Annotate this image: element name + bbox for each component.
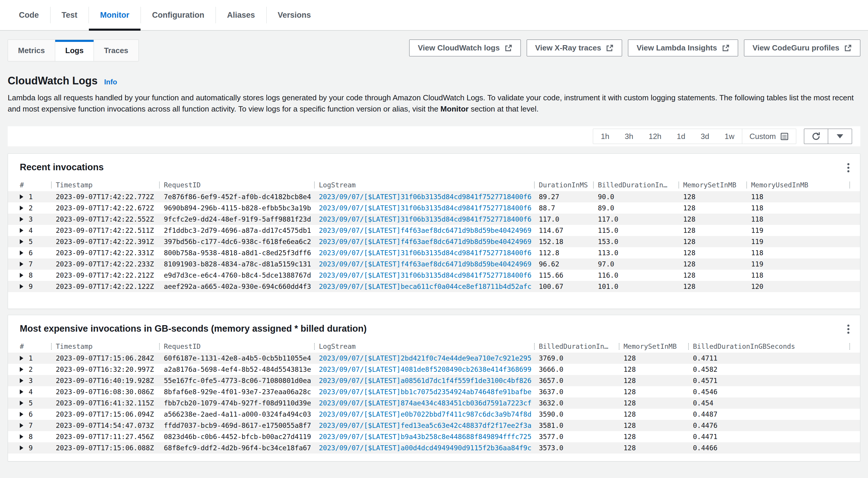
row-expand-caret-icon[interactable] [20,356,23,360]
cell-memory-set: 128 [619,433,688,441]
auto-refresh-dropdown-button[interactable] [828,129,852,144]
kebab-menu-icon[interactable] [845,323,851,336]
cell-request-id: 397bd56b-c177-4dc6-938c-f618fe6ea6c2 [159,238,314,246]
cell-timestamp: 2023-09-07T16:32:20.997Z [51,365,159,373]
row-expand-caret-icon[interactable] [20,389,23,394]
recent-invocations-title: Recent invocations [20,161,104,173]
row-expand-caret-icon[interactable] [20,206,23,211]
cell-duration-ms: 89.27 [534,193,593,201]
column-header-logstream: LogStream [314,343,534,350]
row-expand-caret-icon[interactable] [20,194,23,199]
tab-code[interactable]: Code [8,0,50,30]
time-range-1h[interactable]: 1h [593,129,617,144]
row-expand-caret-icon[interactable] [20,239,23,244]
column-divider [314,182,315,188]
time-range-3h[interactable]: 3h [617,129,641,144]
subtab-traces[interactable]: Traces [94,40,138,61]
column-divider [534,343,535,350]
cell-request-id: 68f8efc9-ddf2-4d2b-96f4-bc34ce18fa67 [159,444,314,452]
button-label: View Lambda Insights [637,43,717,53]
cell-timestamp: 2023-09-07T17:11:27.456Z [51,433,159,441]
cell-request-id: a2a8176a-5698-4ef4-8b52-484d5543813e [159,365,314,373]
row-expand-caret-icon[interactable] [20,273,23,278]
log-stream-link[interactable]: 2023/09/07/[$LATEST]f4f63aef8dc6471d9b8d… [319,227,531,234]
log-stream-link[interactable]: 2023/09/07/[$LATEST]f4f63aef8dc6471d9b8d… [319,260,531,268]
row-expand-caret-icon[interactable] [20,401,23,406]
log-stream-link[interactable]: 2023/09/07/[$LATEST]874ae434c483451cb036… [319,399,531,407]
log-stream-link[interactable]: 2023/09/07/[$LATEST]a00d4dcd4949490d9115… [319,444,531,452]
log-stream-link[interactable]: 2023/09/07/[$LATEST]a08561d7dc1f4f559f1d… [319,377,531,384]
cell-memory-set: 128 [619,399,688,407]
row-expand-caret-icon[interactable] [20,217,23,222]
monitor-content: Metrics Logs Traces View CloudWatch logs… [0,39,868,461]
time-range-12h[interactable]: 12h [641,129,669,144]
log-stream-link[interactable]: 2023/09/07/[$LATEST]f4f63aef8dc6471d9b8d… [319,238,531,246]
column-header-index: # [8,181,51,189]
log-stream-link[interactable]: 2023/09/07/[$LATEST]fed13ea5c63e42c48837… [319,422,531,429]
view-xray-traces-button[interactable]: View X-Ray traces [527,39,622,56]
table-row: 2 2023-09-07T17:42:22.672Z 9690b894-296b… [8,202,860,214]
row-expand-caret-icon[interactable] [20,423,23,428]
column-divider [619,343,619,350]
cell-request-id: 55e167fc-0fe5-4773-8c06-71080801d0ea [159,377,314,384]
column-header-billeddurationingbseconds: BilledDurationInGBSeconds [688,343,849,350]
view-lambda-insights-button[interactable]: View Lambda Insights [628,39,738,56]
row-expand-caret-icon[interactable] [20,228,23,233]
subtab-logs[interactable]: Logs [55,40,94,61]
log-stream-link[interactable]: 2023/09/07/[$LATEST]31f06b3135d84cd9841f… [319,193,531,201]
log-stream-link[interactable]: 2023/09/07/[$LATEST]31f06b3135d84cd9841f… [319,249,531,257]
row-expand-caret-icon[interactable] [20,251,23,255]
log-stream-link[interactable]: 2023/09/07/[$LATEST]beca611cf0a044ce8ef1… [319,283,531,290]
refresh-button[interactable] [804,129,828,144]
view-codeguru-profiles-button[interactable]: View CodeGuru profiles [744,39,860,56]
tab-test[interactable]: Test [51,0,89,30]
cell-timestamp: 2023-09-07T17:42:22.122Z [51,283,159,290]
cell-request-id: 800b758a-9538-4818-a8d1-c8ed25f3dff6 [159,249,314,257]
log-stream-link[interactable]: 2023/09/07/[$LATEST]31f06b3135d84cd9841f… [319,272,531,279]
row-number: 8 [29,272,33,279]
row-expand-caret-icon[interactable] [20,262,23,266]
table-row: 5 2023-09-07T16:41:32.115Z fbb7cb20-1079… [8,397,860,409]
cell-timestamp: 2023-09-07T16:40:19.928Z [51,377,159,384]
row-expand-caret-icon[interactable] [20,284,23,289]
time-range-1d[interactable]: 1d [669,129,693,144]
cell-memory-used: 119 [746,260,860,268]
row-number: 9 [29,283,33,290]
tab-monitor[interactable]: Monitor [89,0,141,30]
external-link-icon [504,44,512,52]
view-cloudwatch-logs-button[interactable]: View CloudWatch logs [409,39,521,56]
cell-memory-set: 128 [678,272,746,279]
log-stream-link[interactable]: 2023/09/07/[$LATEST]31f06b3135d84cd9841f… [319,215,531,223]
log-stream-link[interactable]: 2023/09/07/[$LATEST]e0b7022bbd7f411c987c… [319,410,531,418]
expensive-invocations-title: Most expensive invocations in GB-seconds… [20,323,367,334]
subtab-metrics[interactable]: Metrics [8,40,55,61]
external-link-icon [844,44,852,52]
kebab-menu-icon[interactable] [845,161,851,174]
row-expand-caret-icon[interactable] [20,378,23,383]
table-row: 4 2023-09-07T16:08:30.086Z 8bfaf6e8-929e… [8,386,860,397]
info-link[interactable]: Info [104,75,117,89]
log-stream-link[interactable]: 2023/09/07/[$LATEST]4081de8f5208490cb263… [319,365,531,373]
cell-timestamp: 2023-09-07T17:42:22.212Z [51,272,159,279]
time-range-3d[interactable]: 3d [693,129,717,144]
row-expand-caret-icon[interactable] [20,412,23,417]
row-expand-caret-icon[interactable] [20,446,23,450]
log-stream-link[interactable]: 2023/09/07/[$LATEST]b9a43b258c8e448688f8… [319,433,531,441]
row-number: 3 [29,215,33,223]
log-stream-link[interactable]: 2023/09/07/[$LATEST]2bd421f0c74e44de9ea7… [319,354,531,362]
cell-billed-duration: 3590.0 [534,410,619,418]
log-stream-link[interactable]: 2023/09/07/[$LATEST]31f06b3135d84cd9841f… [319,204,531,212]
row-number: 8 [29,433,33,441]
tab-configuration[interactable]: Configuration [141,0,216,30]
calendar-icon [780,132,789,141]
row-expand-caret-icon[interactable] [20,434,23,439]
cell-memory-set: 128 [619,377,688,384]
log-stream-link[interactable]: 2023/09/07/[$LATEST]bb1c7075d2354924ab74… [319,388,531,396]
time-range-custom[interactable]: Custom [742,129,796,144]
time-range-1w[interactable]: 1w [717,129,742,144]
row-expand-caret-icon[interactable] [20,367,23,372]
cell-memory-used: 118 [746,249,860,257]
row-number: 4 [29,388,33,396]
tab-aliases[interactable]: Aliases [216,0,266,30]
tab-versions[interactable]: Versions [267,0,322,30]
